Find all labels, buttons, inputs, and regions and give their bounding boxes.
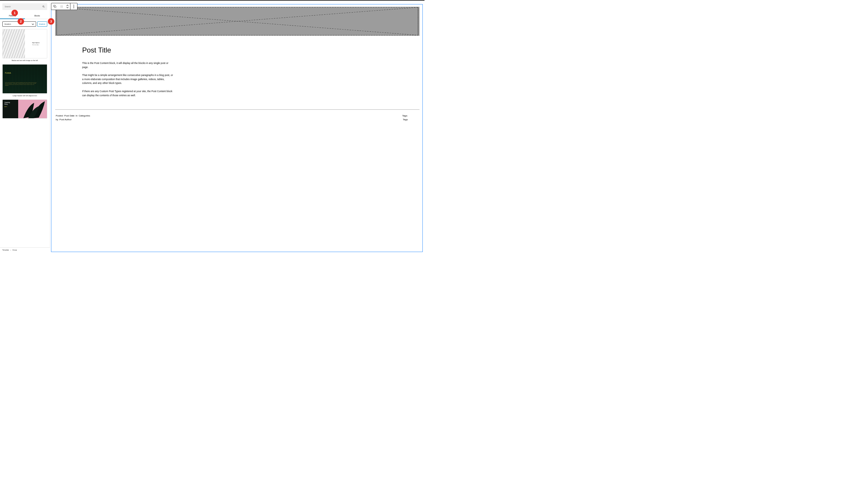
tab-blocks[interactable]: Blocks: [25, 13, 50, 19]
pattern-thumb-3[interactable]: Opening Party RSVP →: [2, 100, 47, 119]
callout-badge-1: 1: [12, 10, 18, 16]
callout-badge-3: 3: [48, 18, 54, 25]
explore-button[interactable]: Explore: [37, 21, 47, 27]
patterns-list[interactable]: Open Spaces See case study ↗ Media and t…: [0, 29, 50, 252]
block-toolbar: [51, 3, 77, 10]
post-paragraph[interactable]: That might be a simple arrangement like …: [82, 73, 175, 85]
svg-line-1: [44, 7, 44, 7]
svg-point-10: [62, 7, 62, 7]
meta-post-author[interactable]: Post Author: [59, 118, 71, 121]
pattern-thumb-1[interactable]: Open Spaces See case study ↗: [2, 29, 47, 58]
pattern2-caption: Large header with left-aligned text: [2, 95, 47, 96]
post-paragraph[interactable]: This is the Post Content block, it will …: [82, 61, 175, 69]
dropdown-value: Headers: [4, 23, 11, 25]
inserter-tabs: Patterns Blocks: [0, 13, 50, 19]
canvas-scrollbar[interactable]: [423, 1, 424, 252]
callout-badge-2: 2: [18, 18, 24, 25]
meta-post-date[interactable]: Post Date: [64, 114, 74, 117]
pattern2-desc: From a child's eyes the forest is. The f…: [5, 82, 37, 86]
pattern1-caption: Media and text with image on the left: [2, 59, 47, 61]
pattern1-title: Open Spaces: [32, 42, 40, 43]
editor-canvas[interactable]: Post Title This is the Post Content bloc…: [50, 1, 424, 252]
post-paragraph[interactable]: If there are any Custom Post Types regis…: [82, 89, 175, 97]
search-box[interactable]: [2, 3, 47, 10]
pattern1-subtitle: See case study ↗: [32, 44, 39, 46]
pattern-thumb-2[interactable]: Forest. From a child's eyes the forest i…: [2, 64, 47, 94]
move-down-button[interactable]: [66, 7, 69, 8]
post-content[interactable]: Post Title This is the Post Content bloc…: [82, 46, 394, 102]
svg-rect-4: [54, 6, 56, 8]
svg-point-9: [61, 7, 61, 7]
meta-by-label: by: [56, 118, 58, 121]
post-title[interactable]: Post Title: [82, 46, 394, 54]
featured-image-placeholder[interactable]: [55, 7, 419, 36]
meta-in-label: in: [76, 114, 77, 117]
breadcrumb-root[interactable]: Template: [2, 249, 9, 251]
chevron-down-icon: [32, 23, 34, 25]
meta-tags-label: Tags:: [402, 114, 408, 117]
inserter-sidebar: Patterns Blocks Headers Explore Open Spa…: [0, 1, 50, 252]
svg-point-8: [62, 6, 62, 6]
search-input[interactable]: [5, 5, 42, 7]
svg-point-11: [73, 5, 74, 5]
block-movers: [65, 3, 70, 10]
meta-tags-label2: Tags: [403, 118, 408, 121]
pattern3-title2: Party: [4, 103, 16, 105]
block-options-button[interactable]: [70, 3, 77, 10]
block-selection-outline: [51, 4, 423, 252]
search-icon: [42, 5, 45, 8]
separator-block[interactable]: [55, 109, 419, 110]
pattern3-rsvp: RSVP →: [4, 106, 16, 107]
meta-categories[interactable]: Categories: [79, 114, 90, 117]
post-meta: Posted Post Date in Categories Tags: by …: [56, 114, 419, 117]
pattern2-title: Forest.: [5, 72, 44, 74]
meta-posted-label: Posted: [56, 114, 63, 117]
breadcrumb-child[interactable]: Group: [12, 249, 17, 251]
svg-point-13: [73, 7, 74, 8]
move-up-button[interactable]: [66, 5, 69, 6]
chevron-right-icon: ›: [10, 249, 11, 251]
breadcrumb: Template › Group: [0, 247, 50, 252]
svg-point-7: [61, 6, 61, 6]
svg-point-0: [43, 6, 44, 7]
svg-point-12: [73, 6, 74, 7]
drag-handle[interactable]: [58, 3, 65, 10]
block-type-button[interactable]: [51, 3, 58, 10]
